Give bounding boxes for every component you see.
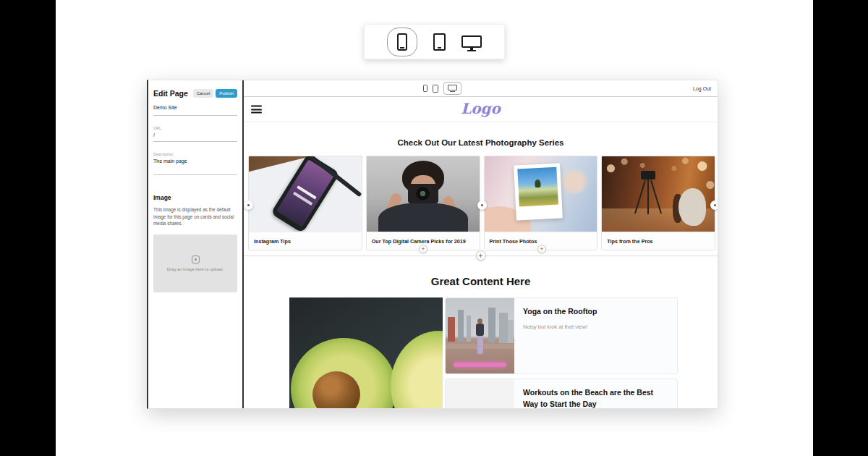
tablet-icon bbox=[433, 33, 446, 51]
dropzone-text: Drag an image here to upload. bbox=[167, 267, 224, 271]
preview-desktop-button-selected[interactable] bbox=[443, 82, 461, 95]
left-letterbox-bar bbox=[0, 0, 56, 456]
carousel-handle-left[interactable] bbox=[244, 200, 253, 210]
photo-section-heading: Check Out Our Latest Photography Series bbox=[244, 138, 718, 147]
post-text: Yoga on the Rooftop Noisy but look at th… bbox=[514, 298, 677, 373]
photo-card-pro-tips[interactable]: Tips from the Pros bbox=[601, 156, 715, 250]
site-logo[interactable]: Logo bbox=[244, 100, 718, 117]
url-field[interactable]: / bbox=[153, 132, 237, 142]
device-desktop-button[interactable] bbox=[461, 35, 482, 48]
cancel-button[interactable]: Cancel bbox=[193, 89, 214, 98]
add-card-button[interactable]: + bbox=[419, 245, 427, 253]
publish-button[interactable]: Publish bbox=[216, 89, 237, 98]
post-excerpt: Noisy but look at that view! bbox=[523, 324, 668, 330]
post-card-yoga[interactable]: Yoga on the Rooftop Noisy but look at th… bbox=[445, 297, 678, 374]
edit-page-sidebar: Edit Page Cancel Publish Demo Site URL /… bbox=[148, 80, 244, 408]
photo-card-instagram-tips[interactable]: Instagram Tips bbox=[248, 156, 362, 250]
site-preview-pane: Log Out Logo Check Out Our Latest Photog… bbox=[244, 80, 718, 408]
description-field[interactable]: The main page bbox=[153, 159, 237, 175]
mini-monitor-icon bbox=[448, 85, 457, 90]
site-name-field[interactable]: Demo Site bbox=[153, 105, 237, 116]
edit-page-title: Edit Page bbox=[153, 89, 188, 98]
mini-tablet-icon bbox=[433, 85, 438, 93]
camera-picks-image bbox=[367, 156, 480, 232]
device-switcher bbox=[364, 24, 505, 59]
description-label: Description bbox=[153, 152, 237, 156]
logout-button[interactable]: Log Out bbox=[693, 86, 711, 91]
preview-tablet-button[interactable] bbox=[433, 85, 438, 93]
device-tablet-button[interactable] bbox=[433, 33, 446, 51]
post-card-workout[interactable]: Workouts on the Beach are the Best Way t… bbox=[445, 379, 678, 408]
preview-mobile-button[interactable] bbox=[423, 85, 427, 92]
post-list: Yoga on the Rooftop Noisy but look at th… bbox=[445, 297, 678, 408]
post-title: Yoga on the Rooftop bbox=[523, 305, 668, 317]
carousel-handle-middle[interactable] bbox=[477, 200, 487, 210]
content-row: Yoga on the Rooftop Noisy but look at th… bbox=[289, 297, 678, 408]
preview-toolbar: Log Out bbox=[244, 80, 718, 97]
preview-device-toggle bbox=[423, 80, 461, 96]
site-header: Logo bbox=[244, 97, 718, 122]
sidebar-header: Edit Page Cancel Publish bbox=[153, 89, 237, 98]
mini-phone-icon bbox=[423, 85, 427, 92]
image-dropzone[interactable]: Drag an image here to upload. bbox=[153, 235, 237, 292]
image-section-heading: Image bbox=[153, 194, 237, 201]
photo-card-title: Instagram Tips bbox=[249, 232, 362, 250]
photo-card-title: Tips from the Pros bbox=[602, 232, 715, 250]
workout-post-image bbox=[446, 379, 514, 408]
instagram-tips-image bbox=[249, 156, 362, 232]
editor-window: Edit Page Cancel Publish Demo Site URL /… bbox=[147, 80, 718, 409]
photo-card-camera-picks[interactable]: Our Top Digital Camera Picks for 2019 bbox=[366, 156, 480, 250]
right-letterbox-bar bbox=[813, 0, 868, 456]
image-help-text: This image is displayed as the default i… bbox=[153, 206, 237, 227]
photo-card-print-photos[interactable]: Print Those Photos bbox=[484, 156, 598, 250]
device-mobile-button[interactable] bbox=[387, 28, 417, 56]
site-body: Check Out Our Latest Photography Series … bbox=[244, 122, 718, 408]
sidebar-actions: Cancel Publish bbox=[193, 89, 237, 98]
content-section-heading: Great Content Here bbox=[244, 275, 718, 287]
print-photos-image bbox=[485, 156, 597, 232]
add-section-button[interactable]: + bbox=[476, 250, 486, 261]
post-text: Workouts on the Beach are the Best Way t… bbox=[514, 379, 677, 408]
avocado-feature-image bbox=[289, 297, 443, 408]
desktop-monitor-icon bbox=[461, 35, 482, 48]
image-placeholder-icon bbox=[192, 256, 200, 263]
mobile-phone-icon bbox=[397, 33, 407, 51]
pro-tips-image bbox=[602, 156, 715, 232]
yoga-post-image bbox=[446, 298, 514, 373]
post-title: Workouts on the Beach are the Best Way t… bbox=[523, 387, 668, 408]
add-card-button[interactable]: + bbox=[537, 245, 546, 253]
carousel-handle-right[interactable] bbox=[710, 200, 718, 210]
url-label: URL bbox=[153, 126, 237, 130]
